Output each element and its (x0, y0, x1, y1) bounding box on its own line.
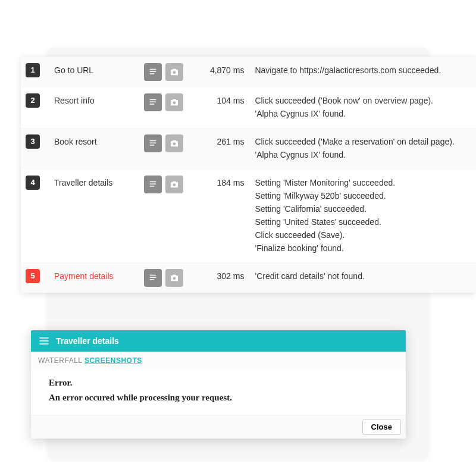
step-results: Setting 'Mister Monitoring' succeeded.Se… (244, 176, 471, 256)
step-actions (144, 176, 190, 193)
modal-title: Traveller details (56, 336, 119, 346)
step-badge: 4 (26, 176, 40, 190)
step-name: Go to URL (52, 63, 144, 75)
modal-body: Error. An error occured while processing… (31, 369, 406, 415)
step-badge: 2 (26, 93, 40, 108)
svg-point-15 (173, 183, 176, 186)
camera-icon[interactable] (165, 176, 183, 193)
step-detail-modal: Traveller details WATERFALL SCREENSHOTS … (31, 330, 406, 439)
step-duration: 184 ms (190, 176, 244, 187)
svg-rect-9 (150, 143, 156, 144)
svg-rect-2 (150, 73, 155, 74)
step-actions (144, 63, 190, 81)
tab-waterfall[interactable]: WATERFALL (38, 356, 82, 365)
svg-point-19 (173, 277, 176, 280)
svg-rect-10 (150, 145, 155, 146)
result-line: Setting 'California' succeeded. (255, 204, 471, 214)
step-name: Traveller details (52, 176, 144, 187)
step-name: Book resort (52, 134, 144, 146)
table-row[interactable]: 5Payment details302 ms'Credit card detai… (21, 262, 476, 293)
svg-point-11 (173, 142, 176, 145)
step-actions (144, 269, 190, 287)
result-line: Click succeeded ('Make a reservation' on… (255, 137, 471, 146)
step-duration: 4,870 ms (190, 63, 244, 75)
camera-icon[interactable] (165, 63, 183, 81)
step-name: Payment details (52, 269, 144, 281)
result-line: 'Credit card details' not found. (255, 271, 471, 281)
svg-rect-6 (150, 104, 155, 105)
close-button[interactable]: Close (362, 419, 401, 435)
table-row[interactable]: 2Resort info104 msClick succeeded ('Book… (21, 87, 476, 128)
result-line: 'Alpha Cygnus IX' found. (255, 109, 471, 118)
log-icon[interactable] (144, 176, 162, 193)
menu-icon[interactable] (38, 335, 50, 347)
step-duration: 261 ms (190, 134, 244, 146)
svg-rect-18 (150, 279, 155, 280)
step-name: Resort info (52, 93, 144, 105)
result-line: Setting 'Milkyway 520b' succeeded. (255, 191, 471, 201)
step-results: Navigate to https://galacticresorts.com … (244, 63, 471, 79)
step-cell: 4 (26, 176, 52, 190)
result-line: Setting 'Mister Monitoring' succeeded. (255, 178, 471, 187)
svg-rect-16 (150, 275, 156, 276)
step-results: Click succeeded ('Make a reservation' on… (244, 134, 471, 163)
svg-point-3 (173, 71, 176, 74)
table-row[interactable]: 3Book resort261 msClick succeeded ('Make… (21, 128, 476, 169)
step-duration: 104 ms (190, 93, 244, 105)
step-cell: 1 (26, 63, 52, 77)
step-results: 'Credit card details' not found. (244, 269, 471, 284)
camera-icon[interactable] (165, 269, 183, 287)
result-line: Click succeeded (Save). (255, 230, 471, 240)
modal-footer: Close (31, 415, 406, 439)
result-line: 'Alpha Cygnus IX' found. (255, 150, 471, 159)
step-actions (144, 134, 190, 152)
log-icon[interactable] (144, 134, 162, 152)
log-icon[interactable] (144, 63, 162, 81)
svg-rect-21 (40, 340, 49, 342)
error-message: An error occured while processing your r… (49, 393, 388, 403)
svg-rect-0 (150, 69, 156, 70)
svg-rect-22 (40, 343, 49, 345)
camera-icon[interactable] (165, 93, 183, 111)
result-line: Setting 'United States' succeeded. (255, 217, 471, 227)
log-icon[interactable] (144, 93, 162, 111)
svg-rect-20 (40, 337, 49, 339)
svg-rect-14 (150, 186, 155, 187)
error-title: Error. (49, 378, 388, 388)
result-line: Click succeeded ('Book now' on overview … (255, 96, 471, 105)
step-badge: 1 (26, 63, 40, 77)
steps-table-wrap: 1Go to URL4,870 msNavigate to https://ga… (21, 57, 476, 293)
step-results: Click succeeded ('Book now' on overview … (244, 93, 471, 122)
step-badge: 5 (26, 269, 40, 283)
step-cell: 3 (26, 134, 52, 149)
table-row[interactable]: 4Traveller details184 msSetting 'Mister … (21, 169, 476, 262)
table-row[interactable]: 1Go to URL4,870 msNavigate to https://ga… (21, 57, 476, 87)
step-badge: 3 (26, 134, 40, 149)
svg-rect-13 (150, 184, 156, 185)
modal-tabs: WATERFALL SCREENSHOTS (31, 352, 406, 369)
svg-rect-1 (150, 71, 156, 73)
svg-rect-5 (150, 102, 156, 103)
log-icon[interactable] (144, 269, 162, 287)
step-cell: 2 (26, 93, 52, 108)
tab-screenshots[interactable]: SCREENSHOTS (84, 356, 142, 365)
step-cell: 5 (26, 269, 52, 283)
svg-rect-17 (150, 277, 156, 278)
step-duration: 302 ms (190, 269, 244, 281)
svg-rect-12 (150, 181, 156, 183)
step-actions (144, 93, 190, 111)
result-line: 'Finalize booking' found. (255, 243, 471, 253)
svg-rect-4 (150, 99, 156, 101)
steps-table: 1Go to URL4,870 msNavigate to https://ga… (21, 57, 476, 293)
result-line: Navigate to https://galacticresorts.com … (255, 65, 471, 75)
modal-header: Traveller details (31, 330, 406, 352)
svg-rect-8 (150, 140, 156, 142)
camera-icon[interactable] (165, 134, 183, 152)
svg-point-7 (173, 101, 176, 104)
